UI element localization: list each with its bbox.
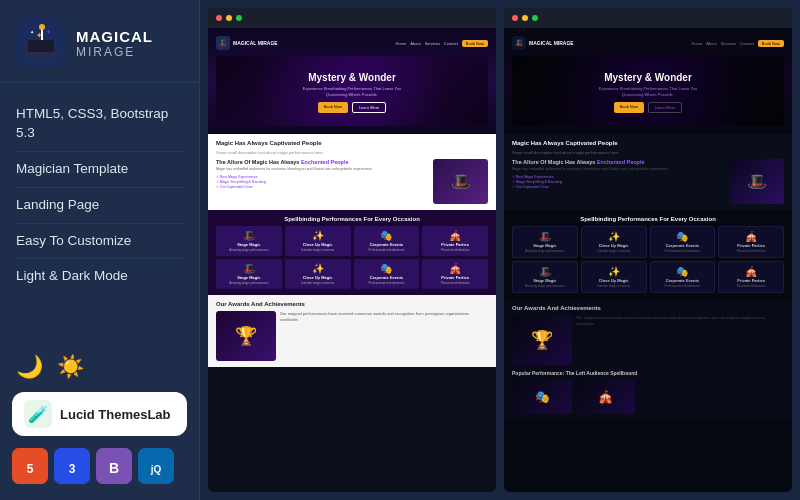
services-title-1: Spellbinding Performances For Every Occa… bbox=[216, 216, 488, 222]
brand-badge[interactable]: 🧪 Lucid ThemesLab bbox=[12, 392, 187, 436]
awards-title-2: Our Awards And Achievements bbox=[512, 305, 784, 311]
dot-red-1 bbox=[216, 15, 222, 21]
awards-title-1: Our Awards And Achievements bbox=[216, 301, 488, 307]
services-title-2: Spellbinding Performances For Every Occa… bbox=[512, 216, 784, 222]
mode-icons: 🌙 ☀️ bbox=[0, 344, 199, 392]
feature-item-5: Light & Dark Mode bbox=[16, 259, 183, 294]
browser-bar-2 bbox=[504, 8, 792, 28]
tech-badges: 5 3 B jQ bbox=[0, 448, 199, 500]
svg-text:3: 3 bbox=[69, 462, 76, 476]
main-content: 🎩 MAGICAL MIRAGE Home About Services Con… bbox=[200, 0, 800, 500]
dark-mode-icon[interactable]: 🌙 bbox=[16, 354, 43, 380]
feature-item-1: HTML5, CSS3, Bootstrap 5.3 bbox=[16, 97, 183, 152]
svg-text:B: B bbox=[109, 460, 119, 476]
hero-title-1: Mystery & Wonder bbox=[224, 72, 480, 83]
feature-item-2: Magician Template bbox=[16, 152, 183, 188]
brand-icon: 🧪 bbox=[24, 400, 52, 428]
feature-list: HTML5, CSS3, Bootstrap 5.3 Magician Temp… bbox=[0, 83, 199, 344]
feature-item-3: Landing Page bbox=[16, 188, 183, 224]
preview-panel-dark: 🎩 MAGICAL MIRAGE Home About Services Con… bbox=[504, 8, 792, 492]
svg-rect-2 bbox=[24, 52, 58, 57]
dot-red-2 bbox=[512, 15, 518, 21]
logo-text: MAGICAL MIRAGE bbox=[76, 28, 153, 59]
logo-icon: ✦ ✦ ✦ bbox=[16, 18, 66, 68]
sidebar: ✦ ✦ ✦ MAGICAL MIRAGE HTML5, CSS3, Bootst… bbox=[0, 0, 200, 500]
light-mode-icon[interactable]: ☀️ bbox=[57, 354, 84, 380]
dot-yellow-1 bbox=[226, 15, 232, 21]
html5-badge: 5 bbox=[12, 448, 48, 484]
hero-subtitle-2: Experience Breathtaking Performances Tha… bbox=[588, 86, 708, 97]
svg-text:5: 5 bbox=[27, 462, 34, 476]
preview-content-1: 🎩 MAGICAL MIRAGE Home About Services Con… bbox=[208, 28, 496, 492]
css3-badge: 3 bbox=[54, 448, 90, 484]
dot-green-1 bbox=[236, 15, 242, 21]
svg-text:✦: ✦ bbox=[30, 29, 34, 35]
preview-panel-light: 🎩 MAGICAL MIRAGE Home About Services Con… bbox=[208, 8, 496, 492]
logo-name: MAGICAL bbox=[76, 28, 153, 45]
logo-area: ✦ ✦ ✦ MAGICAL MIRAGE bbox=[0, 0, 199, 83]
svg-point-7 bbox=[39, 24, 45, 30]
dot-yellow-2 bbox=[522, 15, 528, 21]
section1-title-2: Magic Has Always Captivated People bbox=[512, 140, 784, 146]
browser-bar-1 bbox=[208, 8, 496, 28]
jquery-badge: jQ bbox=[138, 448, 174, 484]
feature-item-4: Easy To Customize bbox=[16, 224, 183, 260]
preview-content-2: 🎩 MAGICAL MIRAGE Home About Services Con… bbox=[504, 28, 792, 492]
svg-text:✦: ✦ bbox=[46, 29, 51, 35]
hero-title-2: Mystery & Wonder bbox=[520, 72, 776, 83]
section1-title-1: Magic Has Always Captivated People bbox=[216, 140, 488, 146]
brand-name: Lucid ThemesLab bbox=[60, 407, 171, 422]
hero-subtitle-1: Experience Breathtaking Performances Tha… bbox=[292, 86, 412, 97]
bootstrap-badge: B bbox=[96, 448, 132, 484]
dot-green-2 bbox=[532, 15, 538, 21]
svg-text:jQ: jQ bbox=[150, 464, 162, 475]
popular-title-2: Popular Performance: The Left Audience S… bbox=[512, 370, 784, 376]
svg-text:🧪: 🧪 bbox=[28, 405, 48, 424]
logo-sub: MIRAGE bbox=[76, 45, 153, 59]
